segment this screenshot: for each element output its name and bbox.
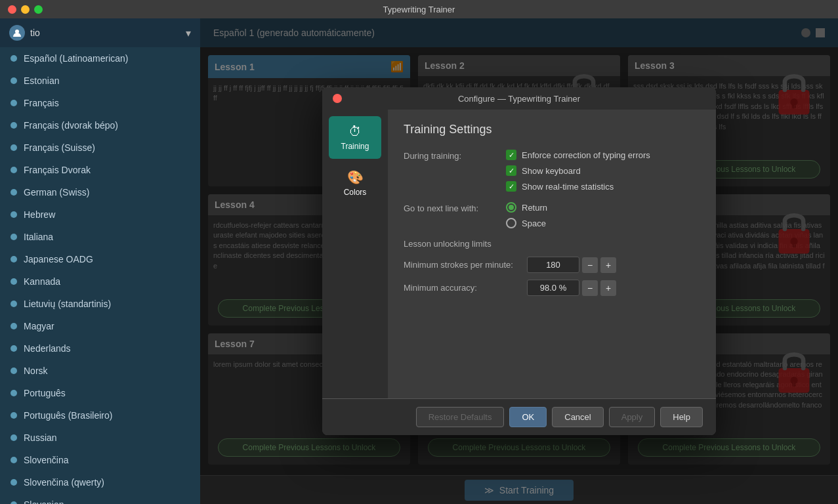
- sidebar-item-italiana[interactable]: Italiana: [0, 226, 200, 248]
- checkbox-enforce-correction[interactable]: ✓ Enforce correction of typing errors: [506, 150, 650, 160]
- sidebar-item-label: Slovenčina: [24, 455, 69, 465]
- item-dot: [10, 412, 17, 419]
- modal-overlay: Configure — Typewriting Trainer ⏱ Traini…: [200, 18, 838, 504]
- spinner-accuracy-label: Minimum accuracy:: [404, 283, 522, 293]
- sidebar-item-label: Slovenian: [24, 499, 64, 504]
- modal-content: Training Settings During training: ✓ Enf…: [388, 110, 716, 398]
- checkbox-icon-2: ✓: [506, 165, 516, 176]
- sidebar-item-label: Italiana: [24, 232, 53, 242]
- sidebar-list: Español (Latinoamerican) Estonian França…: [0, 47, 200, 504]
- modal-close-button[interactable]: [333, 94, 342, 103]
- sidebar-item-label: Français Dvorak: [24, 165, 91, 175]
- title-bar: Typewriting Trainer: [0, 0, 838, 18]
- sidebar-item-norsk[interactable]: Norsk: [0, 360, 200, 382]
- during-training-row: During training: ✓ Enforce correction of…: [404, 150, 700, 192]
- sidebar-item-portugues-br[interactable]: Português (Brasileiro): [0, 404, 200, 427]
- next-line-row: Go to next line with: Return Space: [404, 202, 700, 228]
- sidebar-item-francais-suisse[interactable]: Français (Suisse): [0, 136, 200, 159]
- item-dot: [10, 390, 17, 396]
- checkbox-icon-1: ✓: [506, 150, 516, 160]
- app-title: Typewriting Trainer: [383, 5, 455, 14]
- sidebar-item-francais-dvorak-bepo[interactable]: Français (dvorak bépo): [0, 114, 200, 136]
- radio-icon-space: [506, 218, 516, 228]
- checkbox-icon-3: ✓: [506, 181, 516, 192]
- maximize-button[interactable]: [34, 5, 43, 14]
- modal-nav-colors[interactable]: 🎨 Colors: [329, 161, 381, 205]
- radio-space[interactable]: Space: [506, 218, 547, 228]
- minimize-button[interactable]: [21, 5, 30, 14]
- sidebar-item-label: German (Swiss): [24, 187, 89, 198]
- spinner-accuracy-row: Minimum accuracy: 98.0 % − +: [404, 280, 700, 296]
- sidebar-item-nederlands[interactable]: Nederlands: [0, 337, 200, 360]
- item-dot: [10, 479, 17, 486]
- sidebar-user: tio: [9, 25, 40, 41]
- checkbox-show-keyboard[interactable]: ✓ Show keyboard: [506, 165, 650, 176]
- modal-section-title: Training Settings: [404, 123, 700, 136]
- spinner-accuracy-value: 98.0 %: [527, 280, 579, 296]
- spinner-strokes-minus[interactable]: −: [582, 257, 598, 273]
- radio-label-space: Space: [522, 219, 546, 228]
- sidebar-item-slovencina-qwerty[interactable]: Slovenčina (qwerty): [0, 471, 200, 494]
- help-button[interactable]: Help: [660, 407, 703, 427]
- item-dot: [10, 323, 17, 329]
- checkbox-label-1: Enforce correction of typing errors: [522, 150, 650, 160]
- next-line-label: Go to next line with:: [404, 202, 495, 213]
- radio-return[interactable]: Return: [506, 202, 547, 213]
- sidebar-item-portugues[interactable]: Português: [0, 382, 200, 404]
- sidebar-item-label: Magyar: [24, 321, 54, 331]
- spinner-strokes-control: 180 − +: [527, 257, 616, 273]
- window-controls: [8, 5, 43, 14]
- sidebar-item-label: Lietuvių (standartinis): [24, 299, 111, 309]
- spinner-accuracy-minus[interactable]: −: [582, 280, 598, 296]
- item-dot: [10, 122, 17, 129]
- restore-defaults-button[interactable]: Restore Defaults: [416, 407, 505, 427]
- item-dot: [10, 77, 17, 84]
- sidebar-item-lietuv[interactable]: Lietuvių (standartinis): [0, 293, 200, 315]
- sidebar-item-magyar[interactable]: Magyar: [0, 315, 200, 337]
- colors-icon: 🎨: [347, 169, 364, 185]
- modal-nav-training[interactable]: ⏱ Training: [329, 116, 381, 159]
- sidebar-item-estonian[interactable]: Estonian: [0, 70, 200, 92]
- checkbox-show-stats[interactable]: ✓ Show real-time statistics: [506, 181, 650, 192]
- sidebar-item-slovencina[interactable]: Slovenčina: [0, 449, 200, 471]
- sidebar-item-kannada[interactable]: Kannada: [0, 270, 200, 293]
- sidebar-item-francais-dvorak[interactable]: Français Dvorak: [0, 159, 200, 181]
- checkbox-label-2: Show keyboard: [522, 166, 581, 176]
- spinner-strokes-row: Minimum strokes per minute: 180 − +: [404, 257, 700, 273]
- item-dot: [10, 234, 17, 240]
- ok-button[interactable]: OK: [509, 407, 547, 427]
- cancel-button[interactable]: Cancel: [552, 407, 603, 427]
- avatar: [9, 25, 25, 41]
- close-button[interactable]: [8, 5, 16, 14]
- sidebar-item-label: Russian: [24, 432, 57, 443]
- sidebar-item-label: Kannada: [24, 276, 60, 287]
- item-dot: [10, 345, 17, 352]
- apply-button[interactable]: Apply: [609, 407, 656, 427]
- sidebar-item-hebrew[interactable]: Hebrew: [0, 203, 200, 226]
- sidebar-item-francais[interactable]: Français: [0, 92, 200, 114]
- checkbox-label-3: Show real-time statistics: [522, 182, 614, 192]
- sidebar-item-label: Norsk: [24, 366, 48, 376]
- sidebar-item-russian[interactable]: Russian: [0, 427, 200, 449]
- sidebar-item-label: Português (Brasileiro): [24, 410, 112, 421]
- chevron-down-icon[interactable]: ▾: [186, 27, 191, 39]
- sidebar-item-german-swiss[interactable]: German (Swiss): [0, 181, 200, 203]
- spinner-accuracy-plus[interactable]: +: [600, 280, 616, 296]
- sidebar-item-espanol[interactable]: Español (Latinoamerican): [0, 47, 200, 70]
- sidebar-item-slovenian[interactable]: Slovenian: [0, 494, 200, 504]
- spinner-strokes-value: 180: [527, 257, 579, 273]
- item-dot: [10, 55, 17, 62]
- sidebar-item-label: Français (Suisse): [24, 142, 95, 153]
- item-dot: [10, 167, 17, 173]
- item-dot: [10, 144, 17, 151]
- spinner-strokes-plus[interactable]: +: [600, 257, 616, 273]
- sidebar-item-label: Português: [24, 388, 66, 398]
- sidebar-item-japanese[interactable]: Japanese OADG: [0, 248, 200, 270]
- radio-label-return: Return: [522, 203, 547, 213]
- sidebar-item-label: Slovenčina (qwerty): [24, 477, 104, 488]
- username: tio: [30, 28, 40, 38]
- item-dot: [10, 189, 17, 196]
- modal-title: Configure — Typewriting Trainer: [458, 94, 580, 104]
- sidebar-item-label: Français: [24, 98, 59, 108]
- sidebar-item-label: Hebrew: [24, 209, 55, 220]
